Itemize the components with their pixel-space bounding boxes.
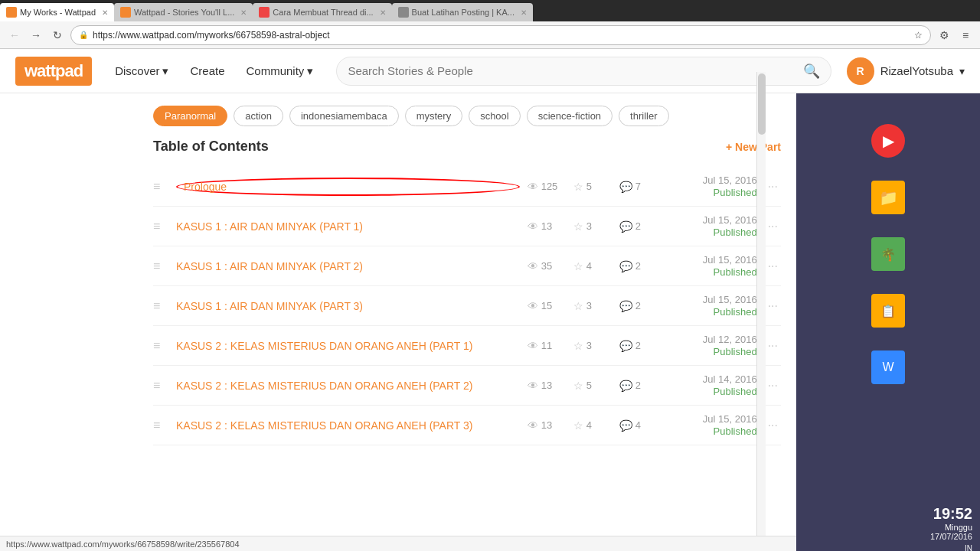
- drag-handle[interactable]: ≡: [153, 339, 168, 353]
- views-stat: 👁 11: [528, 340, 566, 352]
- main-content: Paranormalactionindonesiamembacamysterys…: [0, 93, 796, 551]
- star-icon: ☆: [573, 340, 583, 352]
- views-icon: 👁: [528, 419, 538, 432]
- tag-school[interactable]: school: [469, 106, 521, 126]
- address-bar[interactable]: 🔒 https://www.wattpad.com/myworks/667585…: [70, 25, 931, 45]
- chapter-title-ch1[interactable]: Prologue: [176, 178, 520, 196]
- more-options-button[interactable]: ···: [765, 220, 781, 233]
- forward-button[interactable]: →: [28, 27, 44, 44]
- tab-close-2[interactable]: ✕: [240, 8, 247, 17]
- nav-discover[interactable]: Discover ▾: [107, 60, 176, 83]
- tag-paranormal[interactable]: Paranormal: [153, 106, 227, 126]
- more-options-button[interactable]: ···: [765, 180, 781, 194]
- star-icon: ☆: [573, 300, 583, 312]
- username-label: RizaelYotsuba: [880, 64, 953, 77]
- drag-handle[interactable]: ≡: [153, 259, 168, 273]
- tab-close-1[interactable]: ✕: [102, 8, 108, 17]
- date-col: Jul 15, 2016Published: [665, 174, 757, 198]
- discover-chevron-icon: ▾: [162, 64, 168, 78]
- status-badge: Published: [714, 425, 757, 437]
- chapter-title-ch4[interactable]: KASUS 1 : AIR DAN MINYAK (PART 3): [176, 300, 520, 312]
- tags-section: Paranormalactionindonesiamembacamysterys…: [153, 106, 781, 126]
- date-col: Jul 15, 2016Published: [665, 294, 757, 318]
- views-stat: 👁 13: [528, 419, 566, 432]
- tab-favicon-2: [120, 7, 131, 18]
- sidebar-icon-3: 🌴: [871, 237, 905, 271]
- reload-button[interactable]: ↻: [49, 27, 66, 44]
- user-area[interactable]: R RizaelYotsuba ▾: [847, 57, 965, 85]
- chapter-title-ch6[interactable]: KASUS 2 : KELAS MISTERIUS DAN ORANG ANEH…: [176, 380, 520, 392]
- drag-handle[interactable]: ≡: [153, 299, 168, 313]
- browser-toolbar: ← → ↻ 🔒 https://www.wattpad.com/myworks/…: [0, 21, 980, 49]
- chapter-title-ch3[interactable]: KASUS 1 : AIR DAN MINYAK (PART 2): [176, 260, 520, 272]
- comments-stat: 💬 2: [619, 220, 658, 233]
- tab-close-4[interactable]: ✕: [521, 8, 527, 17]
- more-options-button[interactable]: ···: [765, 419, 781, 432]
- views-icon: 👁: [528, 340, 538, 352]
- toc-row: ≡KASUS 2 : KELAS MISTERIUS DAN ORANG ANE…: [153, 326, 781, 366]
- browser-tabs: My Works - Wattpad ✕ Wattpad - Stories Y…: [0, 0, 980, 21]
- drag-handle[interactable]: ≡: [153, 180, 168, 194]
- drag-handle[interactable]: ≡: [153, 379, 168, 393]
- views-icon: 👁: [528, 380, 538, 392]
- comments-stat: 💬 4: [619, 419, 658, 432]
- tab-favicon-1: [6, 7, 17, 18]
- tag-thriller[interactable]: thriller: [619, 106, 668, 126]
- nav-create[interactable]: Create: [182, 60, 232, 82]
- date-col: Jul 12, 2016Published: [665, 334, 757, 357]
- community-chevron-icon: ▾: [307, 64, 313, 78]
- chapter-title-ch5[interactable]: KASUS 2 : KELAS MISTERIUS DAN ORANG ANEH…: [176, 340, 520, 352]
- browser-tab-4[interactable]: Buat Latihan Posting | KA... ✕: [392, 3, 533, 21]
- toc-list: ≡Prologue👁 125☆ 5💬 7Jul 15, 2016Publishe…: [153, 167, 781, 445]
- date-label: Jul 15, 2016: [665, 413, 757, 425]
- date-label: Jul 15, 2016: [665, 254, 757, 266]
- nav-menu: Discover ▾ Create Community ▾: [107, 60, 321, 83]
- date-label: Jul 15, 2016: [665, 214, 757, 226]
- browser-tab-1[interactable]: My Works - Wattpad ✕: [0, 3, 114, 21]
- back-button[interactable]: ←: [6, 27, 23, 44]
- more-options-button[interactable]: ···: [765, 299, 781, 313]
- tag-mystery[interactable]: mystery: [405, 106, 463, 126]
- date-col: Jul 15, 2016Published: [665, 413, 757, 437]
- chapter-title-ch7[interactable]: KASUS 2 : KELAS MISTERIUS DAN ORANG ANEH…: [176, 419, 520, 432]
- chapter-title-ch2[interactable]: KASUS 1 : AIR DAN MINYAK (PART 1): [176, 220, 520, 233]
- more-options-button[interactable]: ···: [765, 259, 781, 273]
- browser-tab-2[interactable]: Wattpad - Stories You'll L... ✕: [114, 3, 253, 21]
- comment-icon: 💬: [619, 181, 632, 193]
- nav-community[interactable]: Community ▾: [239, 60, 322, 83]
- stars-stat: ☆ 3: [573, 340, 612, 352]
- tag-action[interactable]: action: [234, 106, 283, 126]
- comment-icon: 💬: [619, 340, 632, 352]
- views-stat: 👁 35: [528, 260, 566, 272]
- url-text: https://www.wattpad.com/myworks/66758598…: [93, 30, 910, 41]
- new-part-button[interactable]: + New Part: [726, 141, 781, 153]
- star-icon: ☆: [573, 181, 583, 193]
- lock-icon: 🔒: [79, 31, 88, 39]
- comments-stat: 💬 2: [619, 260, 658, 272]
- extensions-button[interactable]: ⚙: [936, 27, 952, 44]
- status-bar: https://www.wattpad.com/myworks/66758598…: [0, 536, 796, 551]
- menu-button[interactable]: ≡: [957, 27, 974, 44]
- status-badge: Published: [714, 187, 757, 198]
- tab-close-3[interactable]: ✕: [380, 8, 386, 17]
- user-chevron-icon: ▾: [959, 65, 965, 77]
- scrollbar-track[interactable]: [756, 72, 766, 546]
- scrollbar-thumb[interactable]: [758, 73, 766, 135]
- tab-favicon-4: [398, 7, 409, 18]
- drag-handle[interactable]: ≡: [153, 419, 168, 432]
- tab-label-4: Buat Latihan Posting | KA...: [412, 8, 514, 17]
- views-icon: 👁: [528, 300, 538, 312]
- tab-label-2: Wattpad - Stories You'll L...: [134, 8, 234, 17]
- bookmark-icon[interactable]: ☆: [914, 30, 923, 41]
- search-button[interactable]: 🔍: [803, 63, 820, 80]
- tag-indonesiamembaca[interactable]: indonesiamembaca: [289, 106, 399, 126]
- drag-handle[interactable]: ≡: [153, 220, 168, 233]
- wattpad-logo[interactable]: wattpad: [15, 57, 92, 86]
- search-input[interactable]: [348, 64, 796, 77]
- more-options-button[interactable]: ···: [765, 379, 781, 393]
- browser-tab-3[interactable]: Cara Membuat Thread di... ✕: [253, 3, 391, 21]
- more-options-button[interactable]: ···: [765, 339, 781, 353]
- tag-science-fiction[interactable]: science-fiction: [527, 106, 612, 126]
- star-icon: ☆: [573, 380, 583, 392]
- stars-stat: ☆ 4: [573, 419, 612, 432]
